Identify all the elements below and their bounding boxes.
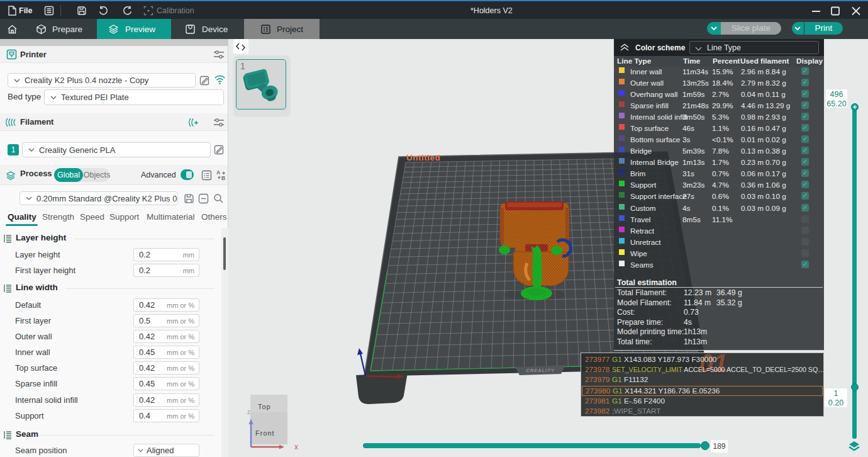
- svg-text:B: B: [221, 175, 225, 181]
- svg-text:x: x: [294, 443, 298, 451]
- svg-text:A: A: [216, 170, 220, 176]
- svg-text:z: z: [247, 409, 250, 415]
- svg-text:CREALITY: CREALITY: [526, 368, 555, 373]
